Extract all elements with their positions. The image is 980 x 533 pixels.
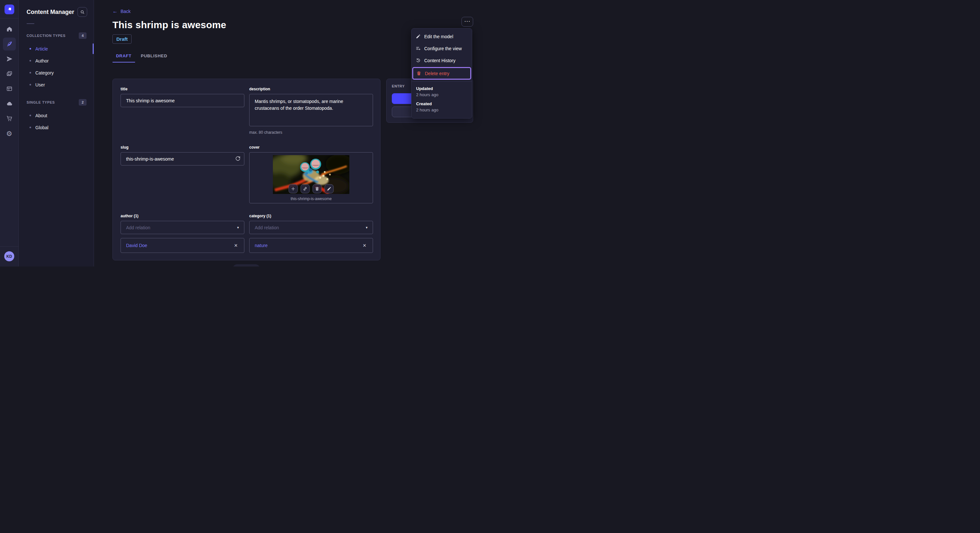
field-label: author (1) [121,214,244,218]
meta-label: Updated [416,86,467,91]
menu-item-label: Configure the view [424,46,462,51]
status-badge: Draft [113,34,132,44]
deploy-cloud-icon[interactable] [3,97,16,110]
search-button[interactable] [78,7,87,17]
ellipsis-icon: ··· [465,19,471,24]
nav-item-label: Author [35,58,49,63]
sidebar-item-global[interactable]: Global [19,121,94,133]
created-meta: Created 2 hours ago [416,102,467,113]
slug-input[interactable] [121,152,244,165]
field-title: title [121,87,244,135]
field-label: cover [249,145,373,150]
meta-value: 2 hours ago [416,108,467,113]
cover-filename: this-shrimp-is-awesome [252,197,370,201]
nav-item-label: User [35,82,45,87]
sidebar-item-user[interactable]: User [19,79,94,90]
menu-item-label: Content History [424,58,455,63]
tab-published[interactable]: PUBLISHED [137,54,171,62]
meta-label: Created [416,102,467,106]
active-indicator-bar [93,43,94,54]
chevron-down-icon: ▼ [237,226,240,229]
collapsed-component-partial[interactable] [233,264,260,266]
plus-icon [291,187,296,191]
sidebar-item-about[interactable]: About [19,109,94,121]
menu-item-edit-the-model[interactable]: Edit the model [412,30,472,43]
count-badge: 2 [79,99,86,106]
strapi-logo-icon[interactable] [5,5,14,14]
group-header: SINGLE TYPES 2 [19,99,94,106]
icon-sidebar: ⚙ KD [0,0,19,266]
delete-media-button[interactable] [313,184,322,194]
cover-media-box: this-shrimp-is-awesome [249,152,373,203]
refresh-icon [235,156,240,161]
tab-draft[interactable]: DRAFT [113,54,135,62]
home-icon[interactable] [3,23,16,36]
list-settings-icon [416,46,421,51]
settings-gear-icon[interactable]: ⚙ [3,127,16,140]
menu-meta: Updated 2 hours ago Created 2 hours ago [412,82,472,118]
field-label: category (1) [249,214,373,218]
releases-send-icon[interactable] [3,52,16,65]
media-library-images-icon[interactable] [3,67,16,80]
count-badge: 4 [79,32,86,39]
author-relation-select[interactable]: Add relation ▼ [121,221,244,234]
copy-link-button[interactable] [301,184,310,194]
content-type-builder-layout-icon[interactable] [3,82,16,95]
sidebar-item-category[interactable]: Category [19,67,94,79]
content-manager-subnav: Content Manager COLLECTION TYPES 4 Artic… [19,0,94,266]
close-icon: × [234,242,237,249]
subnav-title: Content Manager [27,9,74,16]
menu-item-label: Delete entry [425,71,449,76]
regenerate-slug-button[interactable] [235,155,241,163]
field-category-relation: category (1) Add relation ▼ nature × [249,214,373,253]
content-manager-feather-icon[interactable] [3,38,16,51]
subnav-header: Content Manager [19,0,94,17]
title-input[interactable] [121,94,244,107]
field-cover: cover [249,145,373,203]
menu-item-delete-entry[interactable]: Delete entry [412,67,471,80]
sidebar-divider [0,18,19,19]
back-label: Back [121,9,130,14]
sidebar-item-article[interactable]: Article [19,43,94,55]
subnav-divider [27,23,34,24]
trash-icon [417,71,421,76]
menu-item-content-history[interactable]: Content History [412,54,472,67]
entry-options-menu: Edit the model Configure the view Conten… [411,28,472,119]
add-media-button[interactable] [289,184,298,194]
menu-item-configure-the-view[interactable]: Configure the view [412,43,472,54]
relation-link[interactable]: David Doe [126,243,147,248]
field-description: description Mantis shrimps, or stomatopo… [249,87,373,135]
menu-item-label: Edit the model [424,34,453,39]
collection-types-group: COLLECTION TYPES 4 Article Author Catego… [19,32,94,90]
nav-item-label: Category [35,70,54,75]
sidebar-bottom-divider [0,246,19,247]
remove-relation-button[interactable]: × [361,242,368,249]
edit-media-button[interactable] [325,184,334,194]
category-relation-select[interactable]: Add relation ▼ [249,221,373,234]
app-window: ⚙ KD Content Manager COLLECTION TYPES 4 [0,0,490,266]
marketplace-cart-icon[interactable] [3,112,16,125]
bullet-icon [30,84,31,86]
relation-link[interactable]: nature [255,243,268,248]
bullet-icon [30,72,31,73]
user-avatar[interactable]: KD [4,251,14,261]
cover-actions [289,184,334,194]
description-textarea[interactable]: Mantis shrimps, or stomatopods, are mari… [249,94,373,126]
close-icon: × [363,242,366,249]
updated-meta: Updated 2 hours ago [416,86,467,97]
select-placeholder: Add relation [126,225,150,230]
bullet-icon [30,127,31,128]
history-clock-icon [416,58,421,63]
sidebar-icons: ⚙ [3,22,16,141]
single-types-group: SINGLE TYPES 2 About Global [19,99,94,133]
select-placeholder: Add relation [255,225,279,230]
meta-value: 2 hours ago [416,92,467,97]
more-options-button[interactable]: ··· [461,17,473,27]
back-link[interactable]: ← Back [113,9,130,14]
main-content: ← Back This shrimp is awesome Draft DRAF… [94,0,490,266]
link-icon [303,187,307,191]
remove-relation-button[interactable]: × [232,242,240,249]
sidebar-item-author[interactable]: Author [19,55,94,67]
field-label: description [249,87,373,91]
category-relation-item: nature × [249,238,373,253]
